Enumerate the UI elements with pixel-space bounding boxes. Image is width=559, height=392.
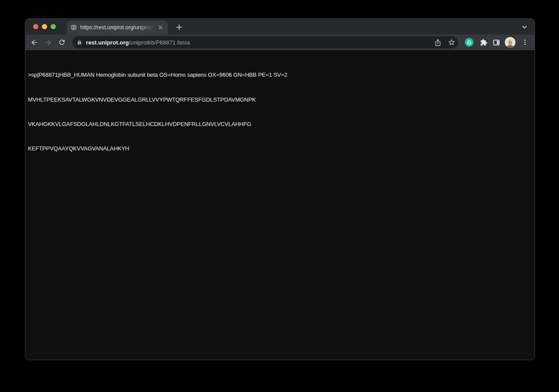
back-button[interactable] <box>29 37 39 48</box>
fasta-sequence-line: VKAHGKKVLGAFSDGLAHLDNLKGTFATLSELHCDKLHVD… <box>28 120 532 129</box>
extensions-puzzle-icon[interactable] <box>478 37 489 48</box>
url-text: rest.uniprot.org/uniprotkb/P68871.fasta <box>86 39 190 46</box>
side-panel-icon[interactable] <box>491 37 501 48</box>
url-path: /uniprotkb/P68871.fasta <box>129 39 190 46</box>
address-bar[interactable]: rest.uniprot.org/uniprotkb/P68871.fasta <box>72 36 458 48</box>
reload-button[interactable] <box>57 37 67 48</box>
browser-window: https://rest.uniprot.org/uniprotk <box>25 19 535 360</box>
tab-close-icon[interactable] <box>158 24 164 31</box>
tab-strip: https://rest.uniprot.org/uniprotk <box>25 19 535 34</box>
forward-button[interactable] <box>43 37 53 48</box>
minimize-window-button[interactable] <box>42 24 47 29</box>
grammarly-extension-icon[interactable]: G <box>465 38 473 47</box>
profile-avatar[interactable] <box>505 37 515 48</box>
url-host: rest.uniprot.org <box>86 39 129 46</box>
globe-icon <box>70 24 77 31</box>
toolbar: rest.uniprot.org/uniprotkb/P68871.fasta … <box>25 34 535 50</box>
share-icon[interactable] <box>432 37 443 48</box>
lock-icon[interactable] <box>77 40 82 45</box>
fasta-header-line: >sp|P68871|HBB_HUMAN Hemoglobin subunit … <box>28 71 532 79</box>
new-tab-button[interactable] <box>174 22 184 32</box>
tab-search-chevron-icon[interactable] <box>519 22 530 32</box>
traffic-lights <box>33 24 56 29</box>
zoom-window-button[interactable] <box>51 24 56 29</box>
close-window-button[interactable] <box>33 24 38 29</box>
fasta-sequence-line: MVHLTPEEKSAVTALWGKVNVDEVGGEALGRLLVVYPWTQ… <box>28 96 532 104</box>
fasta-sequence-line: KEFTPPVQAAYQKVVAGVANALAHKYH <box>28 145 532 153</box>
browser-menu-icon[interactable] <box>520 37 530 48</box>
tab-active[interactable]: https://rest.uniprot.org/uniprotk <box>67 20 168 34</box>
tab-title: https://rest.uniprot.org/uniprotk <box>80 20 155 34</box>
bookmark-star-icon[interactable] <box>446 37 457 48</box>
fasta-plaintext: >sp|P68871|HBB_HUMAN Hemoglobin subunit … <box>25 50 535 360</box>
